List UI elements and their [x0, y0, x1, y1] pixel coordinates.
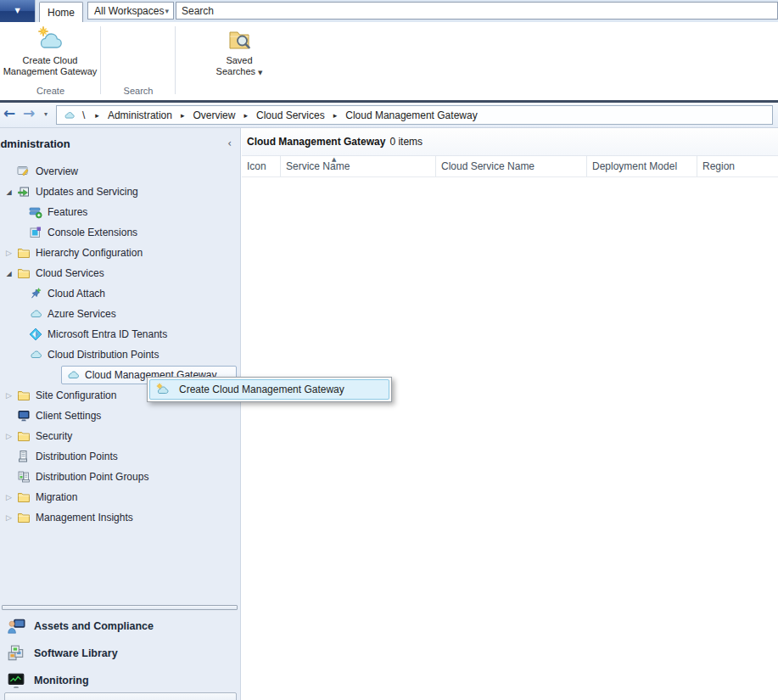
tree-item-azure-services[interactable]: Azure Services	[0, 304, 239, 324]
tree-item-label: Distribution Point Groups	[36, 471, 148, 483]
tree-expander-expanded-icon[interactable]: ◢	[4, 188, 14, 196]
collapse-pane-icon[interactable]: ‹	[227, 138, 232, 148]
tree-item-distribution-points[interactable]: Distribution Points	[0, 446, 239, 467]
cloud-new-icon	[36, 25, 64, 55]
breadcrumb-separator-icon[interactable]: ▸	[243, 111, 248, 120]
folder-icon	[17, 490, 31, 504]
button-label-line: Management Gateway	[3, 66, 98, 77]
workspace-selector-value: All Workspaces	[94, 5, 164, 17]
folder-icon	[17, 511, 31, 524]
workspace-item-software-library[interactable]: Software Library	[0, 640, 240, 667]
tree-item-updates-and-servicing[interactable]: ◢ Updates and Servicing	[0, 182, 239, 202]
breadcrumb-separator-icon[interactable]: ▸	[95, 111, 99, 120]
monitoring-icon	[7, 671, 25, 690]
tree-item-cloud-services[interactable]: ◢ Cloud Services	[0, 263, 239, 283]
tab-bar: ▼ Home All Workspaces ▾	[0, 0, 778, 22]
overview-icon	[17, 165, 31, 178]
tree-item-label: Overview	[36, 165, 78, 177]
column-header-cloud-service-name[interactable]: Cloud Service Name	[436, 156, 587, 176]
folder-search-icon	[225, 25, 254, 55]
tree-item-cloud-attach[interactable]: Cloud Attach	[0, 283, 239, 304]
tree-expander-collapsed-icon[interactable]: ▷	[4, 432, 14, 440]
tree-item-security[interactable]: ▷ Security	[0, 426, 239, 446]
results-pane: Cloud Management Gateway 0 items Icon ▲ …	[242, 128, 778, 700]
forward-button[interactable]: →	[23, 104, 35, 121]
column-header-label: Service Name	[286, 160, 350, 172]
chevron-down-icon: ▼	[14, 8, 20, 14]
tree-item-client-settings[interactable]: Client Settings	[0, 406, 239, 426]
tree-item-label: Cloud Attach	[48, 288, 105, 300]
back-button[interactable]: ←	[3, 104, 15, 121]
tree-item-label: Distribution Points	[36, 451, 118, 462]
tree-item-console-extensions[interactable]: Console Extensions	[0, 222, 239, 243]
sort-ascending-icon: ▲	[332, 156, 336, 163]
tree-item-label: Security	[36, 430, 72, 442]
tree-item-hierarchy-configuration[interactable]: ▷ Hierarchy Configuration	[0, 243, 239, 263]
tree-item-overview[interactable]: Overview	[0, 161, 239, 182]
context-menu: Create Cloud Management Gateway	[147, 377, 392, 402]
workspace-item-monitoring[interactable]: Monitoring	[0, 667, 240, 694]
workspace-item-label: Software Library	[34, 647, 118, 659]
workspace-selector[interactable]: All Workspaces ▾	[87, 2, 174, 20]
ribbon-group-label: Search	[101, 86, 176, 96]
results-header: Cloud Management Gateway 0 items	[242, 128, 778, 156]
tree-item-label: Client Settings	[36, 410, 101, 422]
breadcrumb-item-administration[interactable]: Administration	[108, 109, 172, 121]
tree-item-label: Features	[48, 206, 87, 218]
ribbon-group-create: Create Cloud Management Gateway Create	[0, 22, 101, 98]
history-dropdown-icon[interactable]: ▾	[44, 110, 48, 118]
tree-expander-expanded-icon[interactable]: ◢	[4, 270, 14, 277]
tree-item-microsoft-entra-id-tenants[interactable]: Microsoft Entra ID Tenants	[0, 324, 239, 344]
tree-expander-collapsed-icon[interactable]: ▷	[4, 391, 14, 400]
tab-home[interactable]: Home	[39, 2, 83, 22]
tree-item-distribution-point-groups[interactable]: Distribution Point Groups	[0, 467, 239, 487]
column-header-icon[interactable]: Icon	[242, 156, 281, 176]
tree-item-cloud-distribution-points[interactable]: Cloud Distribution Points	[0, 344, 239, 365]
app-menu-button[interactable]: ▼	[0, 0, 36, 22]
assets-and-compliance-icon	[7, 617, 25, 636]
breadcrumb-item-overview[interactable]: Overview	[193, 109, 235, 121]
search-input[interactable]	[176, 2, 778, 20]
column-headers: Icon ▲ Service Name Cloud Service Name D…	[242, 156, 778, 177]
navigation-tree: Overview ◢ Updates and Servicing Feature…	[0, 161, 239, 528]
cloud-icon	[66, 368, 80, 382]
navigation-pane: Administration ‹ Overview ◢ Updates and …	[0, 128, 241, 700]
create-cloud-management-gateway-button[interactable]: Create Cloud Management Gateway	[2, 25, 98, 77]
workspace-item-assets-and-compliance[interactable]: Assets and Compliance	[0, 613, 240, 640]
features-icon	[29, 205, 42, 219]
breadcrumb-item-cloud-management-gateway[interactable]: Cloud Management Gateway	[345, 109, 477, 121]
cloud-icon	[29, 307, 42, 321]
workspace-splitter[interactable]	[2, 605, 238, 610]
navigation-bar: ← → ▾ \ ▸ Administration ▸ Overview ▸ Cl…	[0, 103, 778, 128]
tree-expander-collapsed-icon[interactable]: ▷	[4, 493, 14, 501]
breadcrumb-separator-icon[interactable]: ▸	[181, 111, 185, 120]
column-header-deployment-model[interactable]: Deployment Model	[587, 156, 697, 176]
tree-item-management-insights[interactable]: ▷ Management Insights	[0, 507, 239, 528]
console-extensions-icon	[29, 226, 42, 239]
dropdown-caret-icon: ▼	[258, 70, 262, 76]
button-label-line: Saved	[226, 55, 252, 66]
saved-searches-button[interactable]: Saved Searches▼	[205, 25, 273, 79]
tree-item-label: Cloud Distribution Points	[48, 349, 159, 361]
workspace-item-partial[interactable]	[4, 692, 237, 700]
folder-icon	[17, 429, 31, 443]
cloud-new-icon	[155, 383, 169, 396]
tree-item-features[interactable]: Features	[0, 202, 239, 222]
entra-id-icon	[29, 328, 42, 341]
breadcrumb: \ ▸ Administration ▸ Overview ▸ Cloud Se…	[56, 105, 773, 125]
ribbon-group-label: Create	[0, 86, 101, 96]
ribbon-group-divider	[175, 26, 176, 94]
tree-item-label: Migration	[36, 491, 77, 503]
cloud-icon	[29, 348, 42, 361]
breadcrumb-root[interactable]: \	[82, 109, 85, 121]
tree-expander-collapsed-icon[interactable]: ▷	[4, 249, 14, 257]
breadcrumb-item-cloud-services[interactable]: Cloud Services	[256, 109, 325, 121]
tree-item-migration[interactable]: ▷ Migration	[0, 487, 239, 507]
tree-expander-collapsed-icon[interactable]: ▷	[4, 513, 14, 522]
tree-item-label: Management Insights	[36, 512, 133, 524]
column-header-region[interactable]: Region	[697, 156, 778, 176]
breadcrumb-separator-icon[interactable]: ▸	[333, 111, 338, 120]
tree-item-label: Cloud Services	[36, 267, 104, 279]
context-menu-item-create-cloud-management-gateway[interactable]: Create Cloud Management Gateway	[149, 379, 389, 400]
column-header-service-name[interactable]: ▲ Service Name	[281, 156, 436, 176]
